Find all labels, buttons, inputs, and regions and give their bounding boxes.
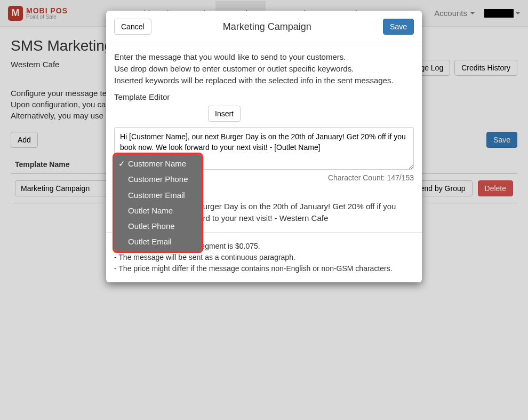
insert-button[interactable]: Insert	[208, 106, 241, 122]
modal-overlay[interactable]: Cancel Marketing Campaign Save Enter the…	[0, 0, 528, 420]
dropdown-item-customer-phone[interactable]: Customer Phone	[114, 171, 202, 187]
template-editor-label: Template Editor	[114, 92, 414, 101]
modal-body: Enter the message that you would like to…	[106, 43, 422, 232]
keyword-select[interactable]	[114, 106, 205, 122]
modal-save-button[interactable]: Save	[383, 19, 414, 35]
modal: Cancel Marketing Campaign Save Enter the…	[106, 11, 422, 282]
editor-toolbar: Insert	[114, 106, 414, 122]
instructions-line-2: Use drop down below to enter customer or…	[114, 64, 354, 73]
keyword-dropdown-menu: Customer NameCustomer PhoneCustomer Emai…	[114, 154, 202, 251]
footer-line-2: - The message will be sent as a continuo…	[114, 252, 414, 263]
dropdown-item-outlet-phone[interactable]: Outlet Phone	[114, 218, 202, 234]
dropdown-item-outlet-name[interactable]: Outlet Name	[114, 203, 202, 218]
footer-line-3: - The price might differ if the message …	[114, 263, 414, 274]
dropdown-item-outlet-email[interactable]: Outlet Email	[114, 234, 202, 249]
modal-header: Cancel Marketing Campaign Save	[106, 11, 422, 43]
modal-title: Marketing Campaign	[151, 21, 383, 33]
instructions-line-1: Enter the message that you would like to…	[114, 52, 346, 61]
instructions-line-3: Inserted keywords will be replaced with …	[114, 76, 394, 85]
dropdown-item-customer-name[interactable]: Customer Name	[114, 156, 202, 171]
instructions: Enter the message that you would like to…	[114, 51, 414, 86]
cancel-button[interactable]: Cancel	[114, 19, 151, 35]
dropdown-item-customer-email[interactable]: Customer Email	[114, 187, 202, 203]
